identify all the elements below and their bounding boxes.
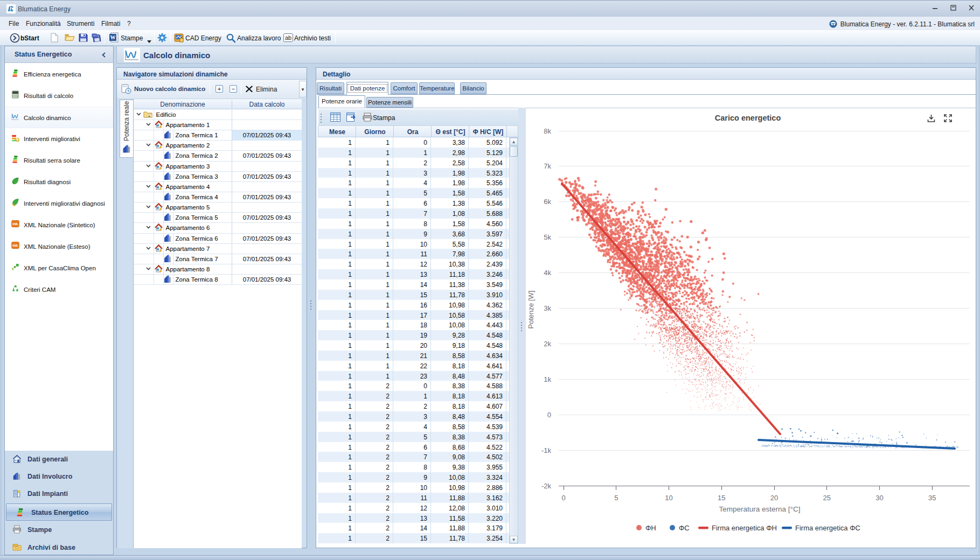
svg-text:6k: 6k	[544, 198, 551, 206]
svg-text:-2k: -2k	[541, 482, 552, 490]
svg-text:4k: 4k	[544, 269, 551, 277]
svg-text:ΦC: ΦC	[679, 524, 690, 532]
svg-text:2k: 2k	[544, 340, 551, 348]
svg-text:5: 5	[614, 494, 618, 502]
svg-text:0: 0	[547, 411, 551, 419]
svg-text:35: 35	[928, 494, 936, 502]
svg-text:15: 15	[718, 494, 725, 502]
svg-text:30: 30	[875, 494, 883, 502]
svg-text:Firma energetica ΦC: Firma energetica ΦC	[795, 524, 860, 532]
svg-text:0: 0	[561, 494, 565, 502]
svg-text:20: 20	[770, 494, 778, 502]
svg-text:3k: 3k	[544, 304, 551, 312]
svg-text:25: 25	[823, 494, 831, 502]
svg-text:1k: 1k	[544, 375, 551, 383]
svg-text:Firma energetica ΦH: Firma energetica ΦH	[712, 524, 777, 532]
svg-text:8k: 8k	[544, 127, 551, 135]
svg-text:Potenze [W]: Potenze [W]	[527, 291, 535, 329]
svg-text:5k: 5k	[544, 233, 551, 241]
svg-text:Carico energetico: Carico energetico	[715, 114, 781, 122]
svg-text:-1k: -1k	[541, 446, 552, 454]
svg-text:ΦH: ΦH	[645, 524, 656, 532]
svg-text:Temperatura esterna [°C]: Temperatura esterna [°C]	[719, 505, 801, 513]
svg-text:10: 10	[665, 494, 672, 502]
svg-text:7k: 7k	[544, 162, 551, 170]
